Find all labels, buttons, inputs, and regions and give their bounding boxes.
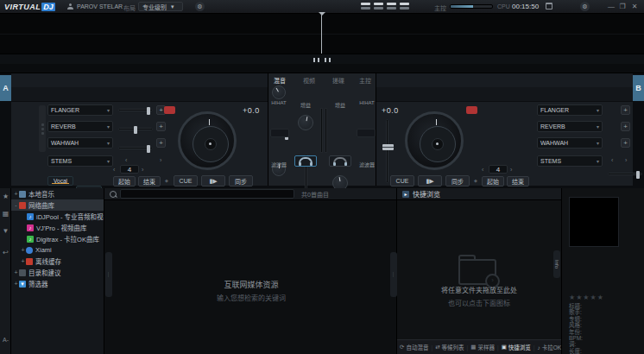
deck-a-effect-3-add[interactable]: + [156,138,166,148]
deck-b-cue-button[interactable]: CUE [390,175,414,186]
filter-funnel-icon[interactable]: ▼ [0,227,11,235]
deck-b-pitch-slider[interactable] [386,119,388,183]
master-volume-slider[interactable] [450,4,493,9]
deck-b-stems-dropdown[interactable]: STEMS▾ [537,155,603,167]
loop-double-icon[interactable]: › [510,167,512,173]
channel-1-pfl-button[interactable] [294,155,317,167]
deck-b-effect-1-dropdown[interactable]: FLANGER▾ [537,104,603,116]
deck-b-key-badge[interactable] [466,106,477,114]
mixer-tab-scratch[interactable]: 搓碟 [332,76,344,85]
deck-b-jog-wheel[interactable] [405,111,464,170]
sidebar-item-idjpool[interactable]: ♪ iDJPool - 专业音频和视频 [11,211,104,222]
deck-a-jog-wheel[interactable] [178,111,237,170]
stems-prev-icon[interactable]: ‹ [611,157,613,163]
expander[interactable]: + [13,281,19,287]
sidelist-icon: ⇄ [435,344,439,351]
close-button[interactable]: ✕ [630,3,639,10]
search-input[interactable] [120,189,294,199]
beat-indicator [361,3,409,9]
layout-dropdown[interactable]: 专业级别 ▾ [138,2,183,11]
deck-b-sync-button[interactable]: 同步 [445,175,470,186]
deck-a-loop-size[interactable]: 4 [120,165,139,174]
mixer-tab-master[interactable]: 主控 [359,76,371,85]
deck-b-play-button[interactable]: ▮▶ [418,175,442,186]
stems-next-icon[interactable]: › [160,157,161,163]
favorites-star-icon[interactable]: ★ [0,193,11,200]
albums-icon[interactable]: ▦ [0,210,11,218]
deck-a-effect-3-dropdown[interactable]: WAHWAH▾ [47,137,113,149]
deck-a-tab[interactable]: A [0,75,11,101]
deck-b-effect-1-add[interactable]: + [621,105,630,115]
expander[interactable]: + [13,191,19,197]
sidebar-item-vjpro[interactable]: ♪ VJ'Pro - 视频曲库 [11,222,104,233]
deck-a-effect-2-dropdown[interactable]: REVERB▾ [47,121,113,132]
deck-b-loop-size[interactable]: 4 [489,165,508,174]
loop-diamond-icon[interactable]: ◆ [474,178,477,183]
deck-a-stem-vocal[interactable]: Vocal [47,176,73,186]
quick-settings-button[interactable]: ⚙ [195,2,205,11]
tab-karaoke[interactable]: ♪卡拉OK [535,343,565,351]
deck-a-effect-2-slider[interactable] [118,128,153,130]
expander[interactable]: - [13,202,19,208]
center-panel-title: 互联网媒体资源 [104,279,398,290]
maximize-button[interactable]: ❐ [618,3,627,10]
calendar-icon[interactable] [546,3,552,9]
deck-a-loop-in-button[interactable]: 起始 [113,176,136,186]
info-panel-handle[interactable]: Info [553,250,560,278]
expander[interactable]: + [13,269,19,275]
sidebar-item-digitrax[interactable]: ♪ Digitrax - 卡拉OK曲库 [11,233,104,244]
mixer-b-filter-label: 滤波器 [357,161,377,168]
expander[interactable]: + [20,247,26,253]
tab-sidelist[interactable]: ⇄等候列表 [432,343,466,351]
sidebar-item-filters[interactable]: + ▼ 筛选器 [11,278,104,289]
deck-a-fx-grip[interactable] [39,105,46,152]
sidebar-item-catalogs[interactable]: + 目录和建议 [11,267,104,278]
user-account-button[interactable]: PAROV STELAR [67,3,123,9]
sidebar-item-local-music[interactable]: + 本地音乐 [11,188,104,199]
deck-a-effect-3-slider[interactable] [118,147,153,149]
deck-b-tab[interactable]: B [633,75,644,101]
mixer-tab-video[interactable]: 视频 [303,76,315,85]
deck-a-loop-out-button[interactable]: 结束 [138,176,161,186]
deck-a-stems-dropdown[interactable]: STEMS▾ [47,155,113,167]
loop-half-icon[interactable]: ‹ [113,167,115,173]
rating-stars[interactable]: ★★★★★ [569,294,604,301]
stems-prev-icon[interactable]: ‹ [125,157,127,163]
expander[interactable]: + [20,258,26,264]
deck-b-effect-2-dropdown[interactable]: REVERB▾ [537,121,603,132]
history-back-icon[interactable]: ↩ [0,249,11,256]
channel-2-pfl-button[interactable] [329,155,351,167]
mixer-a-hihat-knob[interactable] [272,85,286,99]
loop-diamond-icon[interactable]: ◆ [165,178,168,183]
deck-a-effect-2-add[interactable]: + [156,122,166,131]
tab-automix[interactable]: ⟳自动混音 [397,343,431,351]
tab-shortcuts[interactable]: ▣快捷浏览 [499,343,534,351]
channel-1-gain-knob[interactable] [298,115,313,130]
stems-next-icon[interactable]: › [625,157,627,163]
panel-split-handle[interactable]: ··· [390,252,397,297]
minimize-button[interactable]: — [607,3,616,10]
deck-a-cue-button[interactable]: CUE [174,175,198,186]
loop-double-icon[interactable]: › [142,167,143,173]
deck-b-effect-3-add[interactable]: + [621,138,630,148]
deck-b-loop-out-button[interactable]: 结束 [507,176,529,186]
mixer-tab-mixer[interactable]: 混音 [274,76,286,85]
waveform-display[interactable] [0,14,644,54]
deck-a-effect-1-dropdown[interactable]: FLANGER▾ [47,104,113,116]
deck-a-sync-button[interactable]: 同步 [229,175,253,186]
sidebar-collapse-handle[interactable]: ··· [105,252,112,297]
sidebar-item-xiami[interactable]: + Xiami [11,244,104,256]
tab-sampler[interactable]: ▦采样器 [468,343,497,351]
deck-b-effect-2-add[interactable]: + [621,122,630,131]
deck-b-loop-in-button[interactable]: 起始 [482,176,504,186]
font-size-control[interactable]: A- [0,337,11,343]
deck-a-play-button[interactable]: ▮▶ [201,175,225,186]
deck-b-effect-1-slider[interactable] [608,173,642,175]
settings-button[interactable]: ⚙ [580,2,590,11]
deck-b-effect-3-dropdown[interactable]: WAHWAH▾ [537,137,603,149]
sidebar-item-offline-cache[interactable]: + 离线缓存 [11,256,104,267]
loop-half-icon[interactable]: ‹ [482,167,483,173]
deck-a-key-badge[interactable] [164,106,175,114]
sidebar-item-online-library[interactable]: - 网络曲库 [11,199,104,211]
deck-a-effect-1-slider[interactable] [118,109,153,111]
